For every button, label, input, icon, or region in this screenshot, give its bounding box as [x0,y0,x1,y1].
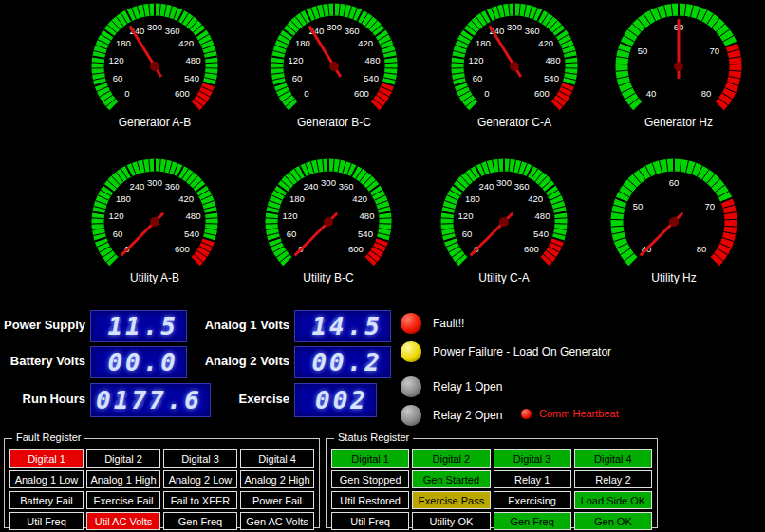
gauge-title: Utility B-C [243,271,414,284]
svg-text:240: 240 [478,181,494,192]
register-cell-battery-fail: Battery Fail [9,491,84,509]
svg-text:540: 540 [184,73,199,83]
svg-text:360: 360 [514,181,530,192]
register-cell-gen-freq: Gen Freq [494,512,571,530]
svg-text:300: 300 [147,177,162,188]
relay2-lamp-icon [401,405,421,426]
register-cell-digital-2: Digital 2 [86,449,160,468]
register-cell-gen-freq: Gen Freq [163,512,237,530]
register-cell-analog-1-high: Analog 1 High [86,470,160,488]
seg-digits: 11.5 [107,312,178,340]
svg-text:80: 80 [697,244,707,254]
gauge-utility-a-b: 060120180240300360420480540600 Utility A… [69,156,240,298]
seg-digits: 14.5 [311,312,382,340]
svg-text:60: 60 [113,73,123,83]
register-cell-digital-1: Digital 1 [331,449,409,468]
svg-text:120: 120 [289,55,304,65]
register-cell-power-fail: Power Fail [240,491,314,509]
battery-volts-label: Battery Volts [0,346,85,376]
svg-text:60: 60 [113,229,123,239]
svg-text:420: 420 [352,193,367,204]
svg-text:360: 360 [345,26,360,36]
register-cell-digital-4: Digital 4 [574,449,652,468]
gauge-utility-hz: 4050607080 Utility Hz [588,156,759,298]
exercise-display: 888 002 [294,383,377,417]
svg-text:420: 420 [358,38,373,48]
register-cell-exercise-fail: Exercise Fail [86,491,160,509]
gauge-title: Generator Hz [593,116,764,129]
fault-register-title: Fault Register [12,431,84,443]
svg-text:180: 180 [289,193,305,204]
power-supply-label: Power Supply [0,310,85,340]
register-cell-analog-2-high: Analog 2 High [240,470,314,488]
register-cell-gen-ok: Gen OK [574,512,652,530]
svg-text:540: 540 [544,73,559,83]
svg-text:480: 480 [365,55,381,65]
svg-text:0: 0 [124,88,129,99]
svg-text:360: 360 [165,181,180,192]
svg-text:540: 540 [533,229,549,239]
svg-text:240: 240 [303,181,318,192]
gauge-generator-c-a: 060120180240300360420480540600 Generator… [429,0,600,142]
svg-text:60: 60 [462,229,473,239]
register-cell-digital-4: Digital 4 [240,449,314,468]
svg-text:360: 360 [165,26,180,36]
svg-text:40: 40 [646,88,657,99]
register-cell-gen-stopped: Gen Stopped [331,470,409,488]
seg-digits: 00.2 [311,348,382,376]
hmi-dashboard: 060120180240300360420480540600 Generator… [0,0,765,532]
svg-text:60: 60 [473,73,483,83]
svg-text:420: 420 [528,193,543,204]
fault-indicator: Fault!! [401,313,611,334]
svg-text:480: 480 [535,211,550,221]
analog2-volts-label: Analog 2 Volts [185,346,289,376]
register-cell-relay-2: Relay 2 [574,470,652,488]
gauge-generator-hz: 4050607080 Generator Hz [593,0,764,142]
svg-text:80: 80 [701,88,712,99]
register-cell-gen-ac-volts: Gen AC Volts [240,512,314,530]
svg-text:120: 120 [469,55,484,65]
register-cell-util-freq: Util Freq [331,512,409,530]
register-cell-load-side-ok: Load Side OK [574,491,652,509]
seg-digits: 002 [315,386,368,414]
svg-text:420: 420 [178,193,194,204]
svg-text:0: 0 [304,88,308,99]
register-cell-gen-started: Gen Started [412,470,490,488]
svg-text:480: 480 [186,211,201,221]
run-hours-label: Run Hours [0,383,85,415]
heartbeat-label: Comm Heartbeat [539,408,619,419]
svg-text:120: 120 [458,211,474,221]
gauge-title: Generator A-B [69,116,240,129]
analog1-volts-label: Analog 1 Volts [185,310,289,340]
relay1-indicator: Relay 1 Open [401,376,611,397]
svg-text:600: 600 [175,244,190,254]
seg-digits: 00.0 [107,348,178,376]
comm-heartbeat-indicator: Comm Heartbeat [521,408,619,419]
fault-lamp-icon [401,313,421,334]
svg-text:600: 600 [524,244,539,254]
status-register-grid: Digital 1Digital 2Digital 3Digital 4Gen … [327,439,657,532]
svg-text:180: 180 [465,193,480,204]
heartbeat-dot-icon [521,409,532,419]
svg-text:60: 60 [287,229,297,239]
svg-text:420: 420 [178,38,194,48]
svg-text:50: 50 [638,46,648,56]
svg-text:600: 600 [354,88,369,99]
svg-text:600: 600 [534,88,550,99]
register-cell-digital-3: Digital 3 [494,449,571,468]
register-cell-analog-2-low: Analog 2 Low [163,470,237,488]
gauge-utility-c-a: 060120180240300360420480540600 Utility C… [419,156,589,298]
fault-lamp-label: Fault!! [433,317,464,330]
svg-text:480: 480 [546,55,561,65]
register-cell-exercise-pass: Exercise Pass [412,491,490,509]
register-cell-fail-to-xfer: Fail to XFER [163,491,237,509]
register-cell-digital-2: Digital 2 [412,449,490,468]
svg-text:300: 300 [507,22,522,32]
relay1-lamp-icon [401,376,421,397]
status-register-title: Status Register [334,431,413,443]
svg-text:420: 420 [538,38,553,48]
svg-text:480: 480 [360,211,375,221]
svg-text:50: 50 [633,201,644,211]
svg-text:360: 360 [339,181,354,192]
svg-text:120: 120 [109,55,124,65]
